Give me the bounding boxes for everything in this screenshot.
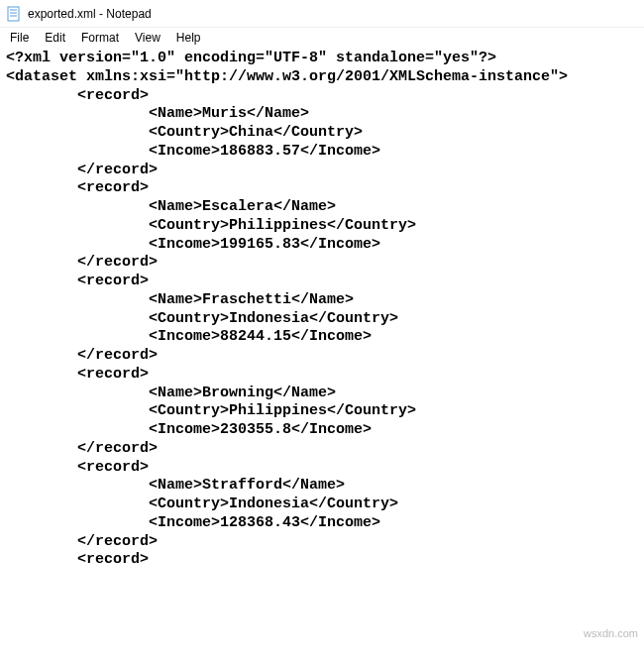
menu-bar: File Edit Format View Help [0,28,644,48]
menu-format[interactable]: Format [73,29,127,47]
menu-file[interactable]: File [2,29,37,47]
menu-help[interactable]: Help [168,29,209,47]
editor-content[interactable]: <?xml version="1.0" encoding="UTF-8" sta… [0,48,644,572]
window-title: exported.xml - Notepad [28,7,152,21]
notepad-icon [6,6,22,22]
svg-rect-0 [8,7,19,21]
title-bar[interactable]: exported.xml - Notepad [0,0,644,28]
watermark: wsxdn.com [584,627,638,639]
menu-edit[interactable]: Edit [37,29,73,47]
menu-view[interactable]: View [127,29,168,47]
